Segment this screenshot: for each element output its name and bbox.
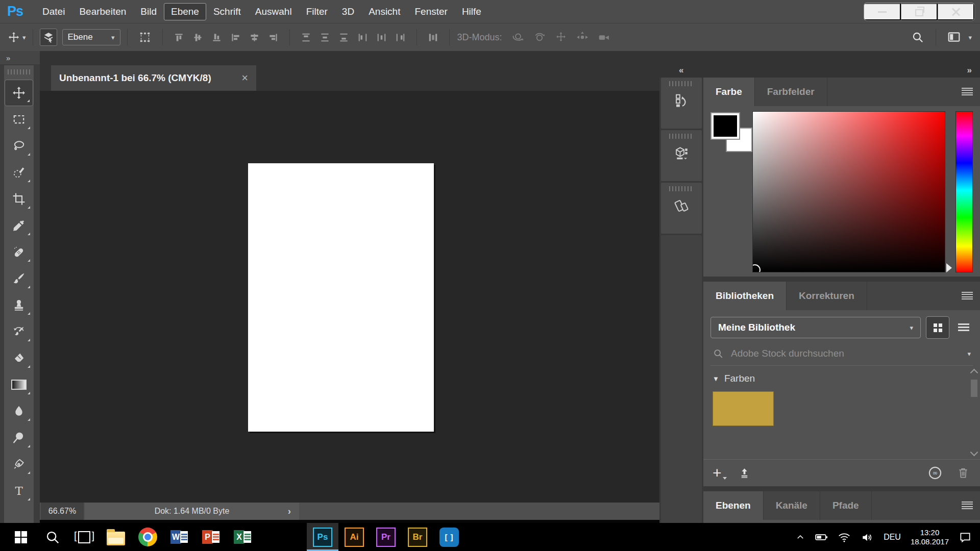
color-selection-marker[interactable] [752,264,761,272]
hue-strip[interactable] [955,111,973,272]
expand-dock-icon[interactable]: » [967,65,972,76]
distribute-horizontal-centers-button[interactable] [375,31,388,44]
quick-selection-tool[interactable] [5,159,33,186]
tab-close-icon[interactable]: × [241,72,248,84]
show-transform-controls-toggle[interactable] [137,29,153,45]
tool-preset-chevron-icon[interactable]: ▾ [22,34,26,41]
minimize-button[interactable] [864,3,901,20]
bridge-taskbar-button[interactable]: Br [402,523,433,551]
powerpoint-button[interactable]: P [195,523,227,551]
menu-3d[interactable]: 3D [335,3,361,20]
panel-menu-icon[interactable] [962,502,973,509]
trash-icon[interactable] [955,465,971,481]
menu-hilfe[interactable]: Hilfe [455,3,488,20]
rectangular-marquee-tool[interactable] [5,106,33,133]
brackets-taskbar-button[interactable]: [ ] [433,523,465,551]
creative-cloud-sync-icon[interactable]: ∞ [927,465,943,481]
align-vertical-centers-button[interactable] [191,31,205,44]
distribute-top-edges-button[interactable] [299,31,313,44]
document-page[interactable] [248,163,434,432]
distribute-left-edges-button[interactable] [356,31,370,44]
pen-tool[interactable] [5,451,33,478]
upload-button[interactable] [737,466,752,481]
scrollbar-thumb[interactable] [971,380,977,397]
menu-schrift[interactable]: Schrift [206,3,248,20]
saturation-brightness-field[interactable] [752,111,945,272]
collapse-dock-icon[interactable]: « [679,65,683,76]
action-center-icon[interactable] [959,531,972,544]
menu-ansicht[interactable]: Ansicht [361,3,407,20]
history-brush-tool[interactable] [5,318,33,345]
eyedropper-tool[interactable] [5,212,33,239]
battery-icon[interactable] [815,531,828,544]
tray-clock[interactable]: 13:20 18.08.2017 [911,528,949,546]
close-button[interactable] [938,3,974,20]
word-button[interactable]: W [163,523,195,551]
status-expand-icon[interactable]: › [288,506,291,517]
history-panel-button[interactable] [661,78,702,129]
lasso-tool[interactable] [5,133,33,159]
tab-korrekturen[interactable]: Korrekturen [787,282,867,310]
tool-dock-expand[interactable]: » [0,51,40,64]
chrome-button[interactable] [132,523,163,551]
start-button[interactable] [5,523,37,551]
align-left-edges-button[interactable] [229,31,242,44]
zoom-level-field[interactable]: 66.67% [41,503,84,520]
excel-button[interactable]: X [227,523,258,551]
brush-tool[interactable] [5,265,33,292]
hue-slider-pointer[interactable] [946,263,957,272]
add-content-button[interactable]: + [713,465,725,481]
library-color-swatch[interactable] [713,391,774,426]
tab-farbe[interactable]: Farbe [703,78,755,106]
photoshop-taskbar-button[interactable]: Ps [307,523,338,551]
align-right-edges-button[interactable] [266,31,280,44]
align-bottom-edges-button[interactable] [210,31,224,44]
menu-filter[interactable]: Filter [299,3,335,20]
adobe-stock-search[interactable]: Adobe Stock durchsuchen ▾ [710,344,973,366]
gradient-tool[interactable] [5,371,33,398]
move-tool[interactable] [5,80,33,106]
file-explorer-button[interactable] [100,523,132,551]
scroll-up-icon[interactable] [970,369,978,377]
workspace-switcher-button[interactable] [945,29,963,46]
align-horizontal-centers-button[interactable] [248,31,261,44]
menu-bearbeiten[interactable]: Bearbeiten [72,3,133,20]
grid-view-button[interactable] [926,316,949,339]
type-tool[interactable]: T [5,478,33,504]
auto-select-toggle[interactable] [40,29,57,46]
dodge-tool[interactable] [5,424,33,451]
crop-tool[interactable] [5,186,33,212]
menu-auswahl[interactable]: Auswahl [248,3,299,20]
tab-ebenen[interactable]: Ebenen [703,491,764,520]
menu-ebene[interactable]: Ebene [164,3,206,20]
menu-fenster[interactable]: Fenster [407,3,454,20]
distribute-spacing-button[interactable] [426,31,440,44]
distribute-vertical-centers-button[interactable] [318,31,332,44]
menu-bild[interactable]: Bild [133,3,164,20]
list-view-button[interactable] [954,318,973,337]
tab-farbfelder[interactable]: Farbfelder [755,78,827,106]
tab-kanaele[interactable]: Kanäle [764,491,820,520]
document-info[interactable]: Dok: 1.64 MB/0 Byte › [85,503,299,520]
spot-healing-brush-tool[interactable] [5,239,33,265]
device-preview-panel-button[interactable] [661,183,702,234]
eraser-tool[interactable] [5,345,33,371]
restore-button[interactable] [901,3,938,20]
volume-icon[interactable] [861,531,874,544]
workspace-chevron-icon[interactable]: ▾ [968,34,972,41]
foreground-color-swatch[interactable] [712,113,739,139]
distribute-right-edges-button[interactable] [394,31,407,44]
auto-select-target-dropdown[interactable]: Ebene ▾ [62,29,120,45]
tab-pfade[interactable]: Pfade [820,491,872,520]
distribute-bottom-edges-button[interactable] [337,31,351,44]
tray-chevron-up-icon[interactable] [796,533,805,542]
wifi-icon[interactable] [838,531,851,544]
colors-section-header[interactable]: ▼ Farben [713,373,971,384]
panel-menu-icon[interactable] [962,88,973,95]
library-select-dropdown[interactable]: Meine Bibliothek ▾ [710,317,921,338]
tab-bibliotheken[interactable]: Bibliotheken [703,282,787,310]
task-view-button[interactable] [68,523,100,551]
clone-stamp-tool[interactable] [5,292,33,318]
properties-3d-panel-button[interactable] [661,130,702,181]
panel-grip[interactable] [8,69,30,74]
